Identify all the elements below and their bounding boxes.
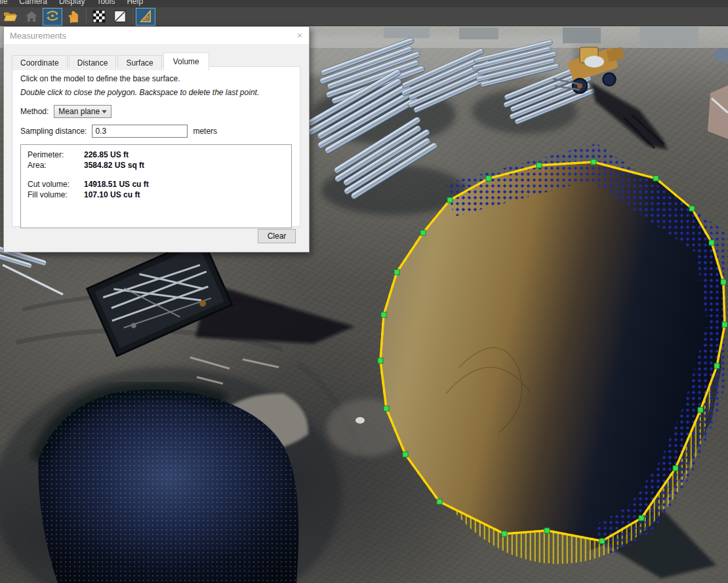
tab-coordinate[interactable]: Coordinate xyxy=(12,55,68,70)
instruction-text: Click on the model to define the base su… xyxy=(20,74,292,83)
result-label: Perimeter: xyxy=(28,150,84,160)
method-label: Method: xyxy=(20,107,49,116)
open-folder-icon xyxy=(3,10,18,22)
result-value: 107.10 US cu ft xyxy=(84,190,285,200)
scene-dumpster xyxy=(87,237,354,355)
orbit-button[interactable] xyxy=(43,8,62,26)
results-panel: Perimeter: 226.85 US ft Area: 3584.82 US… xyxy=(20,144,292,228)
sampling-distance-input[interactable] xyxy=(92,125,188,138)
texture-toggle-button[interactable] xyxy=(89,8,109,26)
method-row: Method: Mean plane xyxy=(20,105,292,118)
result-row-cut-volume: Cut volume: 14918.51 US cu ft xyxy=(28,179,285,190)
orbit-icon xyxy=(45,10,60,23)
result-value: 14918.51 US cu ft xyxy=(84,179,285,190)
toolbar-separator xyxy=(132,9,133,24)
app-window: File Camera Display Tools Help xyxy=(0,0,728,583)
sampling-unit-label: meters xyxy=(193,127,217,136)
measurements-dialog: Measurements × Coordinate Distance Surfa… xyxy=(3,26,310,252)
menu-file[interactable]: File xyxy=(0,0,13,7)
pan-button[interactable] xyxy=(64,8,83,26)
result-row-perimeter: Perimeter: 226.85 US ft xyxy=(28,150,285,160)
home-icon xyxy=(25,10,38,22)
result-label: Fill volume: xyxy=(28,190,84,200)
instruction-italic-text: Double click to close the polygon. Backs… xyxy=(20,88,292,97)
method-selected-value: Mean plane xyxy=(58,107,100,116)
tab-surface[interactable]: Surface xyxy=(117,55,161,70)
texture-checkerboard-icon xyxy=(92,10,106,23)
tab-strip: Coordinate Distance Surface Volume xyxy=(12,52,211,70)
toolbar xyxy=(0,7,728,26)
result-value: 3584.82 US sq ft xyxy=(84,160,285,171)
close-icon[interactable]: × xyxy=(293,28,306,41)
menu-help[interactable]: Help xyxy=(121,0,149,7)
chevron-down-icon xyxy=(102,110,107,113)
result-row-area: Area: 3584.82 US sq ft xyxy=(28,160,285,171)
scene-dark-pile xyxy=(0,357,408,583)
measure-triangle-icon xyxy=(138,10,153,23)
menu-tools[interactable]: Tools xyxy=(91,0,121,7)
result-label: Cut volume: xyxy=(28,179,84,190)
pan-hand-icon xyxy=(68,10,79,23)
menu-camera[interactable]: Camera xyxy=(13,0,53,7)
tab-distance[interactable]: Distance xyxy=(69,55,117,70)
wireframe-icon xyxy=(113,10,127,23)
toolbar-separator xyxy=(86,9,87,24)
dialog-title: Measurements xyxy=(4,27,309,44)
menu-display[interactable]: Display xyxy=(53,0,91,7)
sampling-distance-label: Sampling distance: xyxy=(20,127,87,136)
menu-bar: File Camera Display Tools Help xyxy=(0,0,728,7)
result-row-fill-volume: Fill volume: 107.10 US cu ft xyxy=(28,190,285,200)
tab-volume[interactable]: Volume xyxy=(163,52,209,71)
result-value: 226.85 US ft xyxy=(84,150,285,160)
wireframe-toggle-button[interactable] xyxy=(110,8,130,26)
open-folder-button[interactable] xyxy=(1,8,20,26)
result-label: Area: xyxy=(28,160,84,171)
method-dropdown[interactable]: Mean plane xyxy=(54,105,111,118)
clear-button[interactable]: Clear xyxy=(258,229,296,243)
home-view-button[interactable] xyxy=(22,8,41,26)
volume-tab-page: Click on the model to define the base su… xyxy=(12,66,300,227)
sampling-row: Sampling distance: meters xyxy=(20,125,292,138)
measure-button[interactable] xyxy=(136,8,155,26)
